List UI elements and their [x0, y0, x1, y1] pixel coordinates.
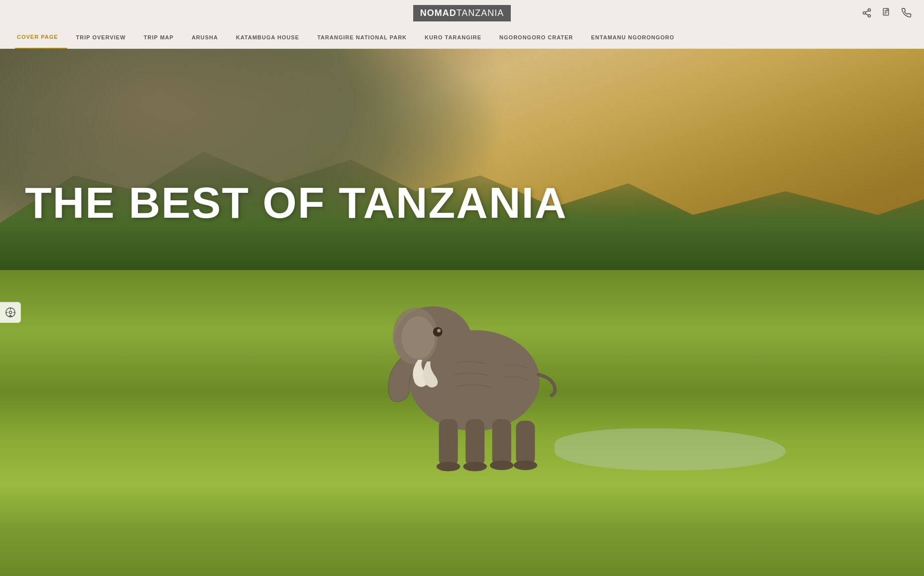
- logo-nomad: NOMAD: [420, 8, 457, 18]
- svg-point-14: [437, 329, 441, 332]
- svg-point-1: [863, 12, 866, 14]
- svg-point-20: [463, 461, 487, 471]
- nav-item-trip-overview[interactable]: TRIP OVERVIEW: [67, 26, 135, 49]
- logo-container[interactable]: NOMADTANZANIA: [413, 5, 511, 21]
- svg-rect-18: [516, 421, 535, 465]
- svg-rect-15: [439, 419, 458, 466]
- logo-tanzania: TANZANIA: [457, 8, 504, 18]
- nav-item-cover-page[interactable]: COVER PAGE: [15, 26, 67, 49]
- chat-widget[interactable]: [0, 302, 21, 323]
- svg-point-21: [490, 460, 514, 470]
- svg-rect-16: [465, 419, 484, 466]
- share-icon[interactable]: [861, 7, 872, 18]
- hero-title: THE BEST OF TANZANIA: [25, 181, 567, 225]
- elephant-illustration: [350, 232, 599, 481]
- svg-line-3: [865, 13, 868, 15]
- svg-point-22: [514, 460, 538, 470]
- document-icon[interactable]: [881, 7, 892, 18]
- top-icons: [861, 7, 912, 18]
- svg-rect-17: [492, 419, 511, 466]
- svg-point-19: [437, 461, 461, 471]
- nav-item-katambuga[interactable]: KATAMBUGA HOUSE: [227, 26, 308, 49]
- svg-point-12: [402, 316, 435, 359]
- svg-point-24: [9, 311, 12, 314]
- phone-icon[interactable]: [901, 7, 912, 18]
- nav-item-tarangire[interactable]: TARANGIRE NATIONAL PARK: [308, 26, 416, 49]
- top-bar: NOMADTANZANIA: [0, 0, 924, 26]
- hero-section: THE BEST OF TANZANIA: [0, 49, 924, 576]
- svg-point-0: [868, 9, 871, 11]
- nav-bar: COVER PAGE TRIP OVERVIEW TRIP MAP ARUSHA…: [0, 26, 924, 49]
- nav-item-arusha[interactable]: ARUSHA: [183, 26, 227, 49]
- svg-point-2: [868, 14, 871, 17]
- nav-item-entamanu[interactable]: ENTAMANU NGORONGORO: [582, 26, 683, 49]
- svg-line-4: [865, 10, 868, 12]
- nav-item-kuro[interactable]: KURO TARANGIRE: [416, 26, 490, 49]
- nav-item-trip-map[interactable]: TRIP MAP: [135, 26, 183, 49]
- nav-item-ngorongoro[interactable]: NGORONGORO CRATER: [490, 26, 582, 49]
